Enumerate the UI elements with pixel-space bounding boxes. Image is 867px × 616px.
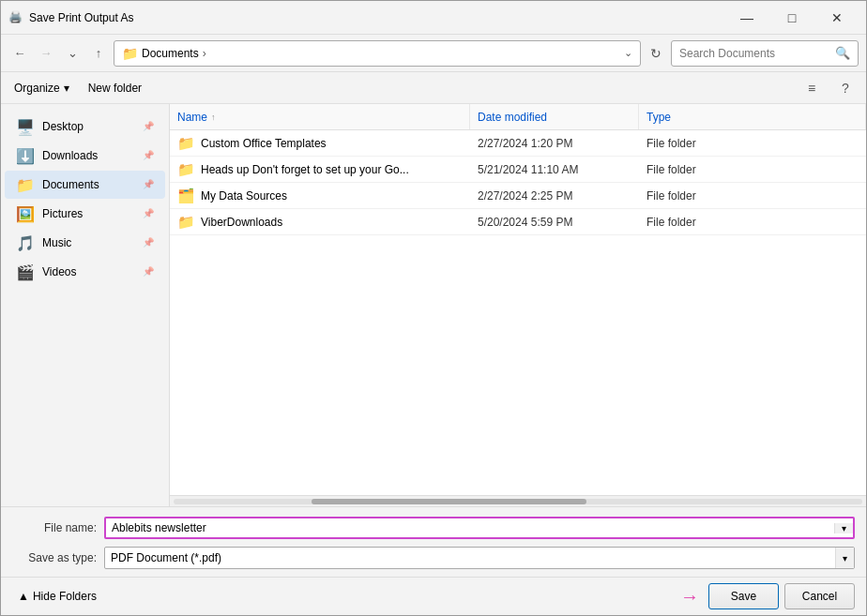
window-controls: — □ ✕: [725, 5, 859, 31]
pin-icon: 📌: [143, 237, 154, 248]
up-button[interactable]: ↑: [87, 42, 110, 65]
search-box[interactable]: 🔍: [671, 40, 859, 67]
sidebar-item-desktop[interactable]: 🖥️ Desktop 📌: [5, 113, 165, 141]
minimize-button[interactable]: —: [725, 5, 768, 31]
scroll-track: [174, 499, 862, 504]
breadcrumb: name Documents ›: [142, 47, 620, 60]
file-name: Heads up Don't forget to set up your Go.…: [201, 163, 409, 176]
save-dialog: 🖨️ Save Print Output As — □ ✕ ← → ⌄ ↑ 📁 …: [0, 0, 867, 616]
file-name-cell: 📁 Custom Office Templates: [170, 135, 470, 152]
pin-icon: 📌: [143, 266, 154, 278]
scroll-thumb: [312, 499, 587, 504]
sidebar-item-label: Pictures: [42, 207, 135, 220]
savetype-label: Save as type:: [12, 551, 97, 564]
file-date-cell: 2/27/2024 2:25 PM: [470, 189, 639, 203]
sidebar-item-downloads[interactable]: ⬇️ Downloads 📌: [5, 142, 165, 170]
footer: ▲ Hide Folders → Save Cancel: [1, 577, 866, 615]
file-date-cell: 5/21/2024 11:10 AM: [470, 163, 639, 176]
column-header-type[interactable]: Type: [639, 104, 866, 129]
save-button[interactable]: Save: [708, 583, 779, 609]
savetype-dropdown-button[interactable]: ▾: [835, 548, 854, 568]
sidebar-item-videos[interactable]: 🎬 Videos 📌: [5, 258, 165, 286]
file-name: ViberDownloads: [201, 216, 282, 229]
cancel-button[interactable]: Cancel: [784, 583, 855, 609]
pictures-icon: 🖼️: [16, 204, 35, 223]
folder-icon: 📁: [177, 161, 195, 178]
sidebar-item-label: Videos: [42, 265, 135, 278]
table-row[interactable]: 📁 ViberDownloads 5/20/2024 5:59 PM File …: [170, 209, 866, 235]
sidebar-item-label: Documents: [42, 178, 135, 191]
back-button[interactable]: ←: [8, 42, 31, 65]
search-icon: 🔍: [835, 46, 850, 60]
hide-folders-button[interactable]: ▲ Hide Folders: [12, 586, 102, 607]
table-row[interactable]: 🗂️ My Data Sources 2/27/2024 2:25 PM Fil…: [170, 183, 866, 209]
table-row[interactable]: 📁 Heads up Don't forget to set up your G…: [170, 157, 866, 183]
documents-icon: 📁: [16, 175, 35, 194]
sidebar-item-pictures[interactable]: 🖼️ Pictures 📌: [5, 200, 165, 228]
file-type-cell: File folder: [639, 137, 866, 150]
help-button[interactable]: ?: [832, 75, 859, 101]
column-header-date[interactable]: Date modified: [470, 104, 639, 129]
file-name: Custom Office Templates: [201, 137, 327, 150]
address-bar: ← → ⌄ ↑ 📁 name Documents › ⌄ ↻ 🔍: [1, 35, 866, 72]
breadcrumb-separator: ›: [203, 47, 206, 60]
filename-input-wrapper[interactable]: ▾: [104, 517, 855, 539]
savetype-text: PDF Document (*.pdf): [105, 551, 835, 564]
file-date-cell: 5/20/2024 5:59 PM: [470, 216, 639, 229]
column-date-label: Date modified: [478, 111, 547, 124]
breadcrumb-documents: Documents: [142, 47, 199, 60]
column-header-name[interactable]: Name ↑: [170, 104, 470, 129]
maximize-button[interactable]: □: [770, 5, 814, 31]
address-dropdown-button[interactable]: ⌄: [624, 47, 632, 59]
filename-dropdown-button[interactable]: ▾: [834, 523, 853, 533]
sidebar-item-label: Desktop: [42, 120, 135, 133]
folder-icon: 📁: [177, 135, 195, 152]
column-type-label: Type: [646, 111, 671, 124]
file-type-cell: File folder: [639, 216, 866, 229]
file-name: My Data Sources: [201, 189, 287, 203]
organize-button[interactable]: Organize ▾: [8, 79, 75, 98]
savetype-wrapper[interactable]: PDF Document (*.pdf) ▾: [104, 547, 855, 569]
filename-label: File name:: [12, 521, 97, 534]
address-folder-icon: 📁: [122, 46, 138, 61]
file-name-cell: 📁 ViberDownloads: [170, 214, 470, 231]
pin-icon: 📌: [143, 179, 154, 190]
chevron-up-icon: ▲: [18, 590, 29, 603]
pin-icon: 📌: [143, 121, 154, 132]
sidebar-item-documents[interactable]: 📁 Documents 📌: [5, 171, 165, 199]
videos-icon: 🎬: [16, 263, 35, 281]
table-row[interactable]: 📁 Custom Office Templates 2/27/2024 1:20…: [170, 130, 866, 157]
save-arrow-indicator: →: [680, 586, 699, 608]
address-box[interactable]: 📁 name Documents › ⌄: [114, 40, 641, 67]
refresh-button[interactable]: ↻: [645, 42, 667, 65]
forward-button[interactable]: →: [35, 42, 57, 65]
desktop-icon: 🖥️: [16, 117, 35, 136]
sidebar-item-music[interactable]: 🎵 Music 📌: [5, 229, 165, 257]
file-date-cell: 2/27/2024 1:20 PM: [470, 137, 639, 150]
sidebar-item-label: Music: [42, 236, 135, 249]
file-type-cell: File folder: [639, 189, 866, 203]
bottom-form: File name: ▾ Save as type: PDF Document …: [1, 506, 866, 577]
sidebar-item-label: Downloads: [42, 149, 135, 162]
savetype-row: Save as type: PDF Document (*.pdf) ▾: [12, 547, 855, 569]
filename-row: File name: ▾: [12, 517, 855, 539]
file-list-header: Name ↑ Date modified Type: [170, 104, 866, 130]
new-folder-button[interactable]: New folder: [83, 79, 147, 98]
sidebar: 🖥️ Desktop 📌 ⬇️ Downloads 📌 📁 Documents …: [1, 104, 170, 506]
search-input[interactable]: [679, 47, 831, 60]
downloads-icon: ⬇️: [16, 146, 35, 165]
dialog-title: Save Print Output As: [29, 11, 725, 24]
file-list-body[interactable]: 📁 Custom Office Templates 2/27/2024 1:20…: [170, 130, 866, 495]
horizontal-scrollbar[interactable]: [170, 495, 866, 506]
sort-arrow-icon: ↑: [211, 113, 216, 122]
filename-input[interactable]: [106, 518, 834, 537]
recent-locations-button[interactable]: ⌄: [61, 42, 84, 65]
title-bar: 🖨️ Save Print Output As — □ ✕: [1, 1, 866, 35]
column-name-label: Name: [177, 111, 207, 124]
pin-icon: 📌: [143, 150, 154, 161]
toolbar: Organize ▾ New folder ≡ ?: [1, 72, 866, 104]
folder-special-icon: 🗂️: [177, 188, 195, 204]
dialog-icon: 🖨️: [8, 10, 23, 25]
view-button[interactable]: ≡: [799, 75, 825, 101]
close-button[interactable]: ✕: [815, 5, 859, 31]
